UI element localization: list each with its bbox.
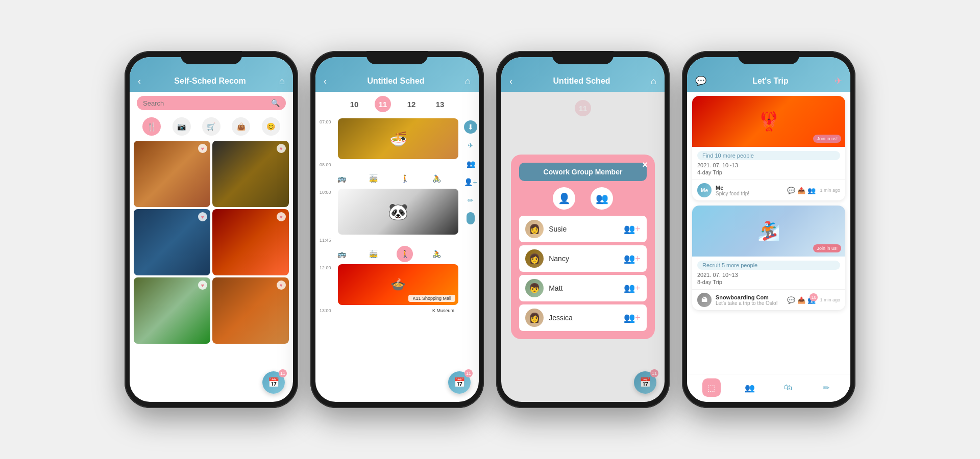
transport-bus-2[interactable]: 🚌 xyxy=(333,246,350,262)
share-icon-2[interactable]: 📤 xyxy=(797,296,805,304)
heart-2: ♥ xyxy=(277,144,286,153)
member-add-matt[interactable]: 👥+ xyxy=(624,283,641,294)
phone2-notch xyxy=(366,51,428,64)
heart-3: ♥ xyxy=(198,212,207,221)
people-icon-1[interactable]: 👥 xyxy=(807,187,816,194)
transport-bike-2[interactable]: 🚴 xyxy=(428,246,445,262)
modal-close-button[interactable]: × xyxy=(642,160,648,170)
person-add-icon[interactable]: 👤+ xyxy=(464,175,477,189)
sched-spacer-1145 xyxy=(338,237,458,242)
date-10[interactable]: 10 xyxy=(346,96,362,112)
transport-train-2[interactable]: 🚋 xyxy=(365,246,381,262)
date-13[interactable]: 13 xyxy=(432,96,448,112)
member-row-jessica: 👩 Jessica 👥+ xyxy=(519,304,647,331)
member-add-susie[interactable]: 👥+ xyxy=(624,223,641,235)
date-12[interactable]: 12 xyxy=(403,96,420,112)
join-badge-1[interactable]: Join in us! xyxy=(813,135,841,143)
time-1300: 13:00 xyxy=(320,307,338,313)
phone4-send-icon[interactable]: ✈ xyxy=(835,75,842,87)
chat-icon-1[interactable]: 💬 xyxy=(787,187,795,194)
nav-home[interactable]: ⬚ xyxy=(702,378,721,397)
time-0700: 07:00 xyxy=(320,118,338,124)
transport-walk-2[interactable]: 🚶 xyxy=(397,246,413,262)
trip-time-2: 1 min ago xyxy=(820,297,840,302)
date-bar: 10 11 12 13 xyxy=(315,92,479,116)
sched-row-1300: 13:00 K Museum xyxy=(320,307,458,317)
date-11[interactable]: 11 xyxy=(375,96,391,112)
phone2-back-icon[interactable]: ‹ xyxy=(324,76,327,87)
separator-3 xyxy=(519,302,647,303)
phone3-home-icon[interactable]: ⌂ xyxy=(651,76,656,87)
category-bar: 🍴 📷 🛒 👜 😊 xyxy=(130,114,293,139)
trip-footer-name-2: Snowboarding Com xyxy=(716,294,783,300)
cat-bag[interactable]: 👜 xyxy=(232,117,250,136)
phone4-body: 🦞 Join in us! Find 10 more people 2021. … xyxy=(687,92,850,402)
avatar-jessica: 👩 xyxy=(525,309,544,327)
sched-card-panda: 🐼 xyxy=(338,189,458,235)
search-bar: 🔍 xyxy=(137,96,286,110)
phone4-wrapper: 💬 Let's Trip ✈ 🦞 Join in us! F xyxy=(682,51,855,408)
phone4-notch xyxy=(738,51,799,64)
trip-footer-icons-1: 💬 📤 👥 xyxy=(787,186,816,195)
nav-edit[interactable]: ✏ xyxy=(817,378,836,397)
phone1-back-icon[interactable]: ‹ xyxy=(138,76,141,87)
phone4-title: Let's Trip xyxy=(752,76,788,86)
trip-type-2: 8-day Trip xyxy=(697,279,840,285)
search-icon: 🔍 xyxy=(271,99,280,107)
share-icon-1[interactable]: 📤 xyxy=(797,187,805,194)
transport-row-2: 🚌 🚋 🚶 🚴 xyxy=(320,244,458,264)
heart-6: ♥ xyxy=(277,280,286,290)
cat-shop[interactable]: 🛒 xyxy=(202,117,220,136)
phone1-frame: ‹ Self-Sched Recom ⌂ 🔍 🍴 📷 xyxy=(125,51,298,408)
download-icon[interactable]: ⬇ xyxy=(464,120,477,134)
trip-footer-sub-1: Spicy food trip! xyxy=(716,191,783,196)
modal-overlay: × Cowork Group Member 👤 👥 xyxy=(501,92,665,402)
phone1-home-icon[interactable]: ⌂ xyxy=(279,76,285,87)
phone1-screen: ‹ Self-Sched Recom ⌂ 🔍 🍴 📷 xyxy=(130,57,293,402)
phone4-chat-icon[interactable]: 💬 xyxy=(695,75,706,87)
trip-footer-text-1: Me Spicy food trip! xyxy=(716,185,783,196)
phone2-home-icon[interactable]: ⌂ xyxy=(465,76,471,87)
send-icon-r[interactable]: ✈ xyxy=(464,139,477,152)
nav-friends[interactable]: 👥 xyxy=(741,378,759,397)
transport-train-1[interactable]: 🚋 xyxy=(365,170,381,187)
phone1-fab-badge: 11 xyxy=(279,369,287,377)
time-1145: 11:45 xyxy=(320,237,338,243)
avatar-susie-img: 👩 xyxy=(525,220,544,238)
member-add-nancy[interactable]: 👥+ xyxy=(624,253,641,264)
join-badge-2[interactable]: Join in us! xyxy=(813,244,841,252)
phone1-fab[interactable]: 📅 11 xyxy=(262,371,285,394)
cat-food[interactable]: 🍴 xyxy=(142,117,161,136)
transport-bike-1[interactable]: 🚴 xyxy=(428,170,445,187)
trip-card-1-img-wrap: 🦞 Join in us! xyxy=(692,96,845,147)
phone3-back-icon[interactable]: ‹ xyxy=(509,76,512,87)
search-input[interactable] xyxy=(143,99,267,107)
phone3-title: Untitled Sched xyxy=(553,76,610,86)
heart-5: ♥ xyxy=(198,280,207,290)
member-name-nancy: Nancy xyxy=(549,254,619,263)
photo-cell-2: ♥ xyxy=(212,141,289,207)
single-member-icon: 👤 xyxy=(553,187,575,210)
transport-walk-1[interactable]: 🚶 xyxy=(397,170,413,187)
cat-emoji[interactable]: 😊 xyxy=(262,117,280,136)
cat-photo[interactable]: 📷 xyxy=(173,117,191,136)
sched-row-1200: 12:00 🍲 K11 Shopping Mall xyxy=(320,264,458,305)
phone2-fab[interactable]: 📅 11 xyxy=(448,371,471,394)
phone4-screen: 💬 Let's Trip ✈ 🦞 Join in us! F xyxy=(687,57,850,402)
edit-icon[interactable]: ✏ xyxy=(464,194,477,207)
trip-footer-icons-2: 💬 📤 👥 10 xyxy=(787,295,816,304)
sched-spacer-0800 xyxy=(338,161,458,166)
trip-footer-sub-2: Let's take a trip to the Oslo! xyxy=(716,300,783,306)
phones-container: ‹ Self-Sched Recom ⌂ 🔍 🍴 📷 xyxy=(109,36,871,423)
transport-bus-1[interactable]: 🚌 xyxy=(333,170,350,187)
chat-icon-2[interactable]: 💬 xyxy=(787,296,795,304)
time-1200: 12:00 xyxy=(320,264,338,270)
time-schedule-col: 07:00 🍜 08:00 xyxy=(315,116,462,402)
sched-row-1145: 11:45 xyxy=(320,237,458,243)
people-icon[interactable]: 👥 xyxy=(464,157,477,170)
member-name-matt: Matt xyxy=(549,284,619,292)
phone2-frame: ‹ Untitled Sched ⌂ 10 11 12 13 xyxy=(310,51,484,408)
modal-card: × Cowork Group Member 👤 👥 xyxy=(511,155,655,339)
nav-shop[interactable]: 🛍 xyxy=(779,378,797,397)
member-add-jessica[interactable]: 👥+ xyxy=(624,312,641,323)
